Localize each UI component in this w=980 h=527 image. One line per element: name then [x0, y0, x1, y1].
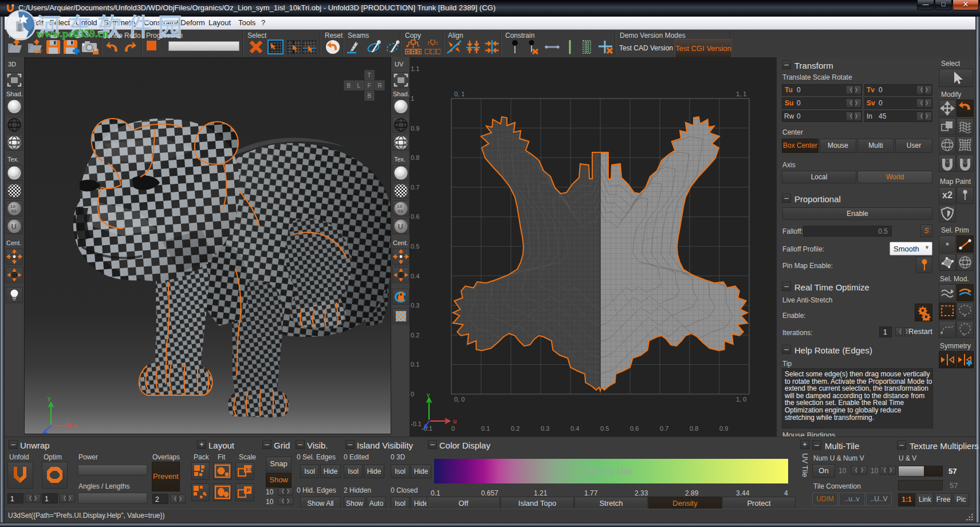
svg-text:U: U	[11, 222, 17, 231]
svg-text:U: U	[398, 222, 403, 231]
svg-text:L: L	[357, 82, 361, 89]
svg-text:1:1: 1:1	[246, 467, 253, 472]
svg-text:01: 01	[11, 209, 17, 214]
svg-text:R: R	[378, 82, 382, 89]
svg-text:B: B	[347, 82, 351, 89]
svg-text:x: x	[74, 422, 77, 429]
svg-text:P: P	[247, 487, 250, 493]
svg-text:01: 01	[398, 209, 403, 214]
svg-text:F: F	[368, 82, 371, 89]
svg-text:B: B	[368, 93, 372, 99]
svg-text:T: T	[368, 72, 371, 78]
svg-text:v: v	[427, 392, 430, 398]
svg-text:y: y	[48, 395, 51, 402]
svg-text:u: u	[453, 418, 456, 424]
